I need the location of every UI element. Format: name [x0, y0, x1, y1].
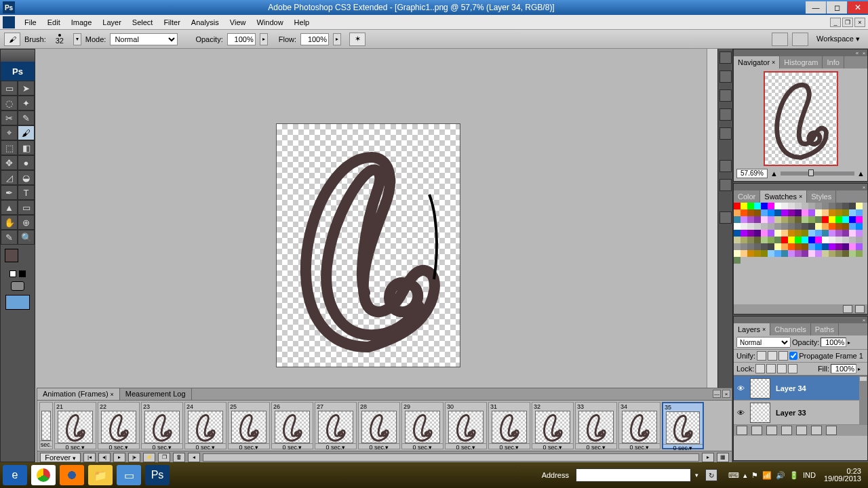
swatch[interactable] [747, 216, 754, 223]
swatch[interactable] [815, 243, 822, 250]
swatch[interactable] [802, 203, 808, 209]
swatch[interactable] [761, 203, 768, 209]
swatch-grid[interactable] [734, 203, 867, 264]
swatch[interactable] [741, 230, 747, 237]
swatch[interactable] [795, 216, 802, 223]
swatch[interactable] [788, 203, 795, 209]
swatch[interactable] [781, 237, 788, 243]
tab-color[interactable]: Color [734, 190, 760, 203]
swatch[interactable] [815, 209, 822, 216]
swatch[interactable] [856, 223, 863, 230]
animation-frame[interactable]: sec. [39, 402, 53, 449]
layer-group-button[interactable] [796, 426, 807, 435]
swatch[interactable] [754, 250, 761, 257]
swatch[interactable] [754, 203, 761, 209]
unify-position-icon[interactable] [757, 351, 766, 361]
standard-mode-icon[interactable] [9, 270, 16, 277]
scroll-right-button[interactable]: ▸ [702, 453, 714, 462]
swatch[interactable] [822, 203, 829, 209]
swatch[interactable] [741, 243, 747, 250]
swatch[interactable] [795, 223, 802, 230]
swatch[interactable] [808, 237, 815, 243]
animation-frame[interactable]: 290 sec.▾ [401, 402, 443, 449]
animation-frame[interactable]: 240 sec.▾ [184, 402, 226, 449]
tool-button[interactable]: ✎ [18, 110, 35, 125]
photoshop-taskbar-icon[interactable]: Ps [145, 465, 170, 485]
swatch[interactable] [754, 237, 761, 243]
swatch[interactable] [734, 250, 741, 257]
frame-delay[interactable]: 0 sec.▾ [576, 443, 616, 451]
swatch[interactable] [761, 216, 768, 223]
new-layer-button[interactable] [811, 426, 822, 435]
adjustment-layer-button[interactable] [781, 426, 792, 435]
swatch[interactable] [856, 250, 863, 257]
swatch[interactable] [815, 230, 822, 237]
zoom-value[interactable]: 57.69% [736, 169, 768, 178]
swatch[interactable] [808, 223, 815, 230]
tab-layers[interactable]: Layers× [734, 323, 770, 336]
menu-select[interactable]: Select [127, 17, 159, 28]
swatch[interactable] [781, 250, 788, 257]
swatch[interactable] [849, 216, 856, 223]
active-tool-preset[interactable]: 🖌 [4, 33, 20, 46]
swatch[interactable] [822, 209, 829, 216]
chrome-icon[interactable] [31, 465, 56, 485]
frame-delay[interactable]: 0 sec.▾ [229, 443, 269, 451]
doc-minimize-button[interactable]: _ [830, 18, 841, 27]
dock-icon[interactable] [719, 89, 732, 102]
animation-frame[interactable]: 210 sec.▾ [54, 402, 96, 449]
swatch[interactable] [768, 230, 774, 237]
swatch[interactable] [788, 243, 795, 250]
animation-frame[interactable]: 220 sec.▾ [98, 402, 140, 449]
swatch[interactable] [747, 223, 754, 230]
screenmode-button[interactable] [5, 295, 30, 310]
volume-icon[interactable]: 🔊 [776, 471, 785, 480]
swatch[interactable] [822, 223, 829, 230]
swatch[interactable] [802, 243, 808, 250]
panel-close-icon[interactable]: × [861, 317, 867, 323]
lock-transparency-icon[interactable] [755, 364, 765, 373]
tool-button[interactable]: ✥ [1, 155, 18, 170]
dropdown-icon[interactable]: ▸ [848, 340, 854, 346]
layer-opacity-input[interactable]: 100% [821, 338, 846, 347]
swatch[interactable] [768, 216, 774, 223]
menu-analysis[interactable]: Analysis [186, 17, 224, 28]
swatch[interactable] [835, 216, 842, 223]
screen-mode-button[interactable] [792, 33, 808, 46]
tab-paths[interactable]: Paths [811, 323, 839, 336]
panel-close-icon[interactable]: × [861, 49, 867, 56]
swatch[interactable] [802, 209, 808, 216]
swatch[interactable] [788, 216, 795, 223]
frames-scrollbar[interactable] [203, 453, 699, 462]
swatch[interactable] [734, 243, 741, 250]
swatch[interactable] [774, 209, 781, 216]
swatch[interactable] [747, 250, 754, 257]
swatch[interactable] [734, 209, 741, 216]
swatch[interactable] [822, 250, 829, 257]
flag-icon[interactable]: ⚑ [751, 471, 758, 480]
layer-mask-button[interactable] [766, 426, 777, 435]
tool-button[interactable]: 🔍 [18, 230, 35, 245]
tool-button[interactable]: ➤ [18, 81, 35, 96]
swatch[interactable] [808, 250, 815, 257]
swatch[interactable] [781, 216, 788, 223]
unify-style-icon[interactable] [778, 351, 788, 361]
frame-delay[interactable]: 0 sec.▾ [142, 443, 182, 451]
opacity-dropdown-icon[interactable]: ▸ [260, 33, 268, 45]
delete-swatch-button[interactable] [855, 305, 865, 313]
next-frame-button[interactable]: |▸ [128, 453, 140, 462]
swatch[interactable] [781, 209, 788, 216]
menu-file[interactable]: File [19, 17, 42, 28]
doc-close-button[interactable]: × [854, 18, 865, 27]
swatch[interactable] [835, 209, 842, 216]
swatch[interactable] [856, 237, 863, 243]
swatch[interactable] [768, 243, 774, 250]
swatch[interactable] [829, 243, 835, 250]
swatch[interactable] [815, 237, 822, 243]
dock-icon[interactable] [719, 52, 732, 64]
swatch[interactable] [849, 250, 856, 257]
minimize-button[interactable]: — [806, 1, 826, 14]
swatch[interactable] [835, 203, 842, 209]
swatch[interactable] [734, 203, 741, 209]
dock-icon[interactable] [719, 160, 732, 172]
